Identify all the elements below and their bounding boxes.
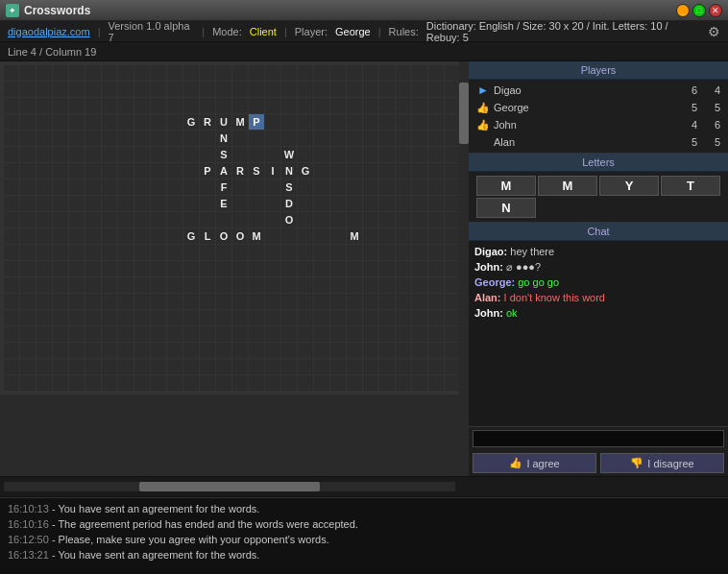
minimize-button[interactable]: _ (676, 4, 690, 17)
grid-cell[interactable] (167, 98, 182, 113)
grid-cell[interactable] (281, 261, 297, 276)
grid-cell[interactable] (412, 131, 427, 146)
grid-cell[interactable] (151, 131, 166, 146)
grid-cell[interactable] (347, 245, 362, 260)
grid-cell[interactable] (396, 131, 411, 146)
grid-cell[interactable] (69, 82, 85, 97)
grid-cell[interactable] (36, 98, 52, 113)
grid-cell[interactable] (298, 326, 313, 342)
grid-cell[interactable] (445, 212, 459, 227)
grid-cell[interactable] (232, 310, 248, 325)
grid-cell[interactable] (232, 196, 248, 211)
grid-cell[interactable] (232, 359, 248, 374)
grid-cell[interactable] (412, 179, 427, 195)
agree-button[interactable]: 👍 I agree (473, 453, 596, 473)
grid-cell[interactable] (20, 326, 36, 342)
grid-cell[interactable] (314, 131, 329, 146)
grid-cell[interactable] (118, 98, 133, 113)
grid-cell[interactable] (69, 261, 85, 276)
grid-cell[interactable] (4, 245, 19, 260)
grid-cell[interactable] (167, 310, 182, 325)
grid-cell[interactable] (151, 277, 166, 293)
grid-cell[interactable] (265, 212, 280, 227)
grid-cell[interactable] (396, 326, 411, 342)
grid-cell[interactable] (151, 82, 166, 97)
grid-cell[interactable] (379, 245, 395, 260)
grid-cell[interactable] (183, 179, 199, 195)
grid-cell[interactable] (183, 245, 199, 260)
grid-cell[interactable] (298, 147, 313, 162)
grid-cell[interactable] (151, 179, 166, 195)
grid-cell[interactable] (69, 131, 85, 146)
grid-cell[interactable] (4, 147, 19, 162)
grid-cell[interactable] (396, 375, 411, 391)
grid-cell[interactable] (102, 179, 117, 195)
grid-cell[interactable] (200, 343, 215, 358)
grid-cell[interactable] (396, 98, 411, 113)
grid-cell[interactable] (118, 326, 133, 342)
grid-cell[interactable] (412, 375, 427, 391)
grid-cell[interactable] (412, 343, 427, 358)
grid-cell[interactable] (232, 326, 248, 342)
grid-cell[interactable] (36, 212, 52, 227)
grid-cell[interactable] (363, 261, 378, 276)
grid-cell[interactable] (232, 82, 248, 97)
grid-cell[interactable] (298, 65, 313, 81)
grid-cell[interactable] (445, 261, 459, 276)
grid-cell[interactable] (200, 294, 215, 309)
grid-cell[interactable] (265, 179, 280, 195)
grid-cell[interactable] (20, 163, 36, 179)
grid-cell[interactable] (36, 359, 52, 374)
grid-cell[interactable] (200, 147, 215, 162)
grid-cell[interactable] (347, 114, 362, 130)
grid-cell[interactable] (249, 212, 264, 227)
grid-cell[interactable] (102, 196, 117, 211)
grid-cell[interactable] (216, 212, 231, 227)
grid-cell[interactable]: A (216, 163, 231, 179)
grid-cell[interactable] (232, 131, 248, 146)
grid-cell[interactable] (298, 196, 313, 211)
grid-cell[interactable] (53, 228, 68, 244)
grid-cell[interactable] (281, 131, 297, 146)
grid-cell[interactable] (265, 294, 280, 309)
grid-cell[interactable] (53, 326, 68, 342)
grid-cell[interactable] (69, 294, 85, 309)
grid-cell[interactable] (330, 310, 346, 325)
grid-cell[interactable] (151, 196, 166, 211)
grid-cell[interactable] (232, 261, 248, 276)
grid-cell[interactable] (183, 131, 199, 146)
grid-cell[interactable] (412, 277, 427, 293)
grid-cell[interactable] (396, 114, 411, 130)
grid-cell[interactable] (85, 277, 101, 293)
grid-cell[interactable] (396, 294, 411, 309)
grid-cell[interactable] (363, 228, 378, 244)
grid-cell[interactable] (281, 277, 297, 293)
letter-tile[interactable]: M (538, 176, 597, 196)
grid-cell[interactable] (396, 359, 411, 374)
grid-cell[interactable] (298, 277, 313, 293)
grid-cell[interactable] (69, 212, 85, 227)
grid-cell[interactable] (216, 277, 231, 293)
grid-cell[interactable] (249, 343, 264, 358)
grid-cell[interactable] (69, 359, 85, 374)
grid-cell[interactable] (298, 294, 313, 309)
grid-cell[interactable] (298, 82, 313, 97)
grid-cell[interactable] (249, 310, 264, 325)
grid-cell[interactable] (298, 375, 313, 391)
grid-cell[interactable] (53, 359, 68, 374)
grid-cell[interactable] (379, 261, 395, 276)
grid-cell[interactable] (379, 65, 395, 81)
grid-cell[interactable] (118, 245, 133, 260)
grid-cell[interactable] (85, 261, 101, 276)
grid-cell[interactable] (69, 343, 85, 358)
grid-cell[interactable] (314, 98, 329, 113)
letter-tile[interactable]: M (476, 176, 536, 196)
grid-cell[interactable]: G (183, 228, 199, 244)
grid-cell[interactable] (379, 277, 395, 293)
grid-cell[interactable] (428, 98, 444, 113)
grid-cell[interactable] (428, 82, 444, 97)
grid-cell[interactable] (330, 261, 346, 276)
grid-cell[interactable] (412, 163, 427, 179)
grid-cell[interactable] (151, 147, 166, 162)
grid-cell[interactable] (363, 131, 378, 146)
